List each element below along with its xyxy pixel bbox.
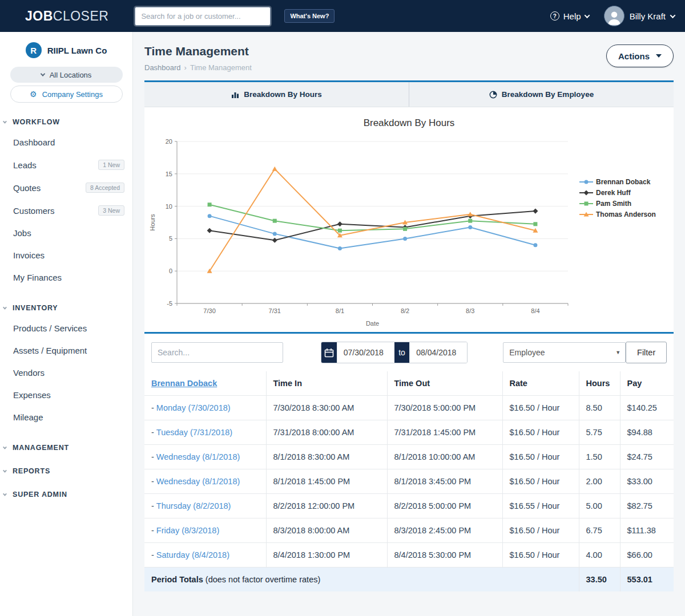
section-label: INVENTORY (13, 304, 58, 312)
sidebar-item-quotes[interactable]: Quotes8 Accepted (0, 176, 132, 199)
svg-text:10: 10 (166, 203, 172, 210)
date-from-input[interactable] (337, 342, 394, 363)
legend-item-derek-huff[interactable]: Derek Huff (579, 189, 672, 197)
help-label: Help (563, 11, 581, 21)
app-logo[interactable]: JOBCLOSER (25, 9, 108, 24)
day-link[interactable]: Tuesday (7/31/2018) (156, 428, 232, 437)
pie-chart-icon (489, 91, 497, 99)
timesheet-row: -Friday (8/3/2018) 8/3/2018 8:00:00 AM 8… (144, 518, 674, 543)
sidebar-item-expenses[interactable]: Expenses (0, 384, 132, 406)
company-settings-button[interactable]: ⚙ Company Settings (10, 86, 123, 103)
day-link[interactable]: Friday (8/3/2018) (156, 526, 219, 535)
legend-marker-icon (579, 190, 593, 196)
totals-note: (does not factor overtime rates) (203, 575, 321, 584)
time-out-cell: 8/3/2018 2:45:00 PM (387, 518, 502, 543)
filter-button[interactable]: Filter (626, 342, 667, 363)
help-icon: ? (550, 11, 559, 21)
chevron-down-icon (3, 468, 7, 472)
col-time-out: Time Out (387, 371, 502, 396)
breadcrumb-dashboard[interactable]: Dashboard (144, 63, 181, 72)
legend-marker-icon (579, 179, 593, 185)
sidebar-item-my-finances[interactable]: My Finances (0, 266, 132, 289)
sidebar-item-vendors[interactable]: Vendors (0, 362, 132, 384)
pay-cell: $33.00 (620, 469, 674, 494)
calendar-button[interactable] (321, 342, 337, 363)
section-label: SUPER ADMIN (13, 491, 67, 499)
user-name: Billy Kraft (630, 11, 666, 21)
page-header: Time Management Dashboard›Time Managemen… (144, 43, 674, 80)
sidebar-item-leads[interactable]: Leads1 New (0, 153, 132, 176)
hours-cell: 5.00 (579, 494, 620, 518)
legend-item-thomas-anderson[interactable]: Thomas Anderson (579, 210, 672, 218)
day-link[interactable]: Wednesday (8/1/2018) (156, 477, 240, 486)
help-menu[interactable]: ? Help (550, 11, 589, 21)
legend-item-brennan-doback[interactable]: Brennan Doback (579, 178, 672, 186)
sidebar-item-assets-equipment[interactable]: Assets / Equipment (0, 339, 132, 362)
day-link[interactable]: Wednesday (8/1/2018) (156, 452, 240, 461)
sidebar-item-customers[interactable]: Customers3 New (0, 199, 132, 222)
tab-breakdown-by-hours[interactable]: Breakdown By Hours (144, 82, 409, 107)
sidebar-section-management[interactable]: MANAGEMENT (0, 444, 132, 452)
tab-label: Breakdown By Employee (502, 90, 594, 99)
global-search-input[interactable] (135, 7, 271, 26)
legend-label: Derek Huff (596, 189, 631, 197)
row-dash: - (151, 550, 154, 560)
sidebar-item-jobs[interactable]: Jobs (0, 222, 132, 244)
rate-cell: $16.55 / Hour (502, 494, 579, 518)
timesheet-row: -Tuesday (7/31/2018) 7/31/2018 8:00:00 A… (144, 420, 674, 445)
time-out-cell: 8/2/2018 5:00:00 PM (387, 494, 502, 518)
svg-text:8/3: 8/3 (466, 307, 474, 314)
day-link[interactable]: Thursday (8/2/2018) (156, 501, 231, 510)
nav-badge: 1 New (98, 160, 124, 170)
svg-text:8/1: 8/1 (336, 307, 344, 314)
employee-name-link[interactable]: Brennan Doback (151, 379, 217, 388)
page-title: Time Management (144, 44, 252, 58)
tab-breakdown-by-employee[interactable]: Breakdown By Employee (409, 82, 674, 107)
date-to-input[interactable] (409, 342, 467, 363)
sidebar-item-invoices[interactable]: Invoices (0, 244, 132, 266)
svg-text:7/30: 7/30 (203, 307, 215, 314)
rate-cell: $16.50 / Hour (502, 445, 579, 469)
svg-text:0: 0 (169, 268, 172, 274)
col-time-in: Time In (266, 371, 387, 396)
sidebar-item-dashboard[interactable]: Dashboard (0, 131, 132, 153)
nav-label: Invoices (13, 250, 45, 260)
hours-cell: 4.00 (579, 543, 620, 568)
actions-button[interactable]: Actions (606, 44, 674, 67)
logo-text-bold: JOB (25, 9, 53, 23)
chart-panel: Breakdown By Hours Breakdown By Employee… (144, 80, 674, 332)
legend-item-pam-smith[interactable]: Pam Smith (579, 200, 672, 208)
locations-label: All Locations (50, 71, 92, 79)
day-link[interactable]: Monday (7/30/2018) (156, 403, 231, 412)
chevron-down-icon (3, 445, 7, 449)
person-icon (606, 9, 623, 26)
section-label: REPORTS (13, 467, 50, 475)
sidebar-section-inventory[interactable]: INVENTORY (0, 304, 132, 312)
locations-dropdown[interactable]: All Locations (10, 67, 123, 83)
rate-cell: $16.50 / Hour (502, 543, 579, 568)
company-header[interactable]: R RIIPL Lawn Co (0, 41, 132, 64)
table-search-input[interactable] (151, 342, 283, 363)
nav-label: Mileage (13, 412, 43, 422)
day-link[interactable]: Saturday (8/4/2018) (156, 550, 229, 560)
sidebar-item-products-services[interactable]: Products / Services (0, 317, 132, 339)
whats-new-button[interactable]: What's New? (284, 9, 335, 23)
breadcrumb-current: Time Management (190, 63, 252, 72)
time-in-cell: 8/1/2018 8:30:00 AM (266, 445, 387, 469)
time-in-cell: 8/2/2018 12:00:00 PM (266, 494, 387, 518)
sidebar-section-workflow[interactable]: WORKFLOW (0, 118, 132, 126)
time-out-cell: 7/31/2018 1:45:00 PM (387, 420, 502, 445)
nav-label: Customers (13, 206, 55, 216)
nav-label: Products / Services (13, 323, 87, 333)
date-range-picker: to (321, 342, 468, 363)
time-out-cell: 8/4/2018 5:30:00 PM (387, 543, 502, 568)
app: JOBCLOSER What's New? ? Help Billy Kraft (0, 0, 685, 616)
svg-text:Hours: Hours (149, 214, 156, 231)
pay-cell: $82.75 (620, 494, 674, 518)
sidebar-section-super-admin[interactable]: SUPER ADMIN (0, 491, 132, 499)
group-by-select[interactable]: Employee (503, 342, 626, 363)
timesheet-row: -Thursday (8/2/2018) 8/2/2018 12:00:00 P… (144, 494, 674, 518)
user-menu[interactable]: Billy Kraft (596, 6, 675, 26)
sidebar-item-mileage[interactable]: Mileage (0, 406, 132, 428)
sidebar-section-reports[interactable]: REPORTS (0, 467, 132, 475)
